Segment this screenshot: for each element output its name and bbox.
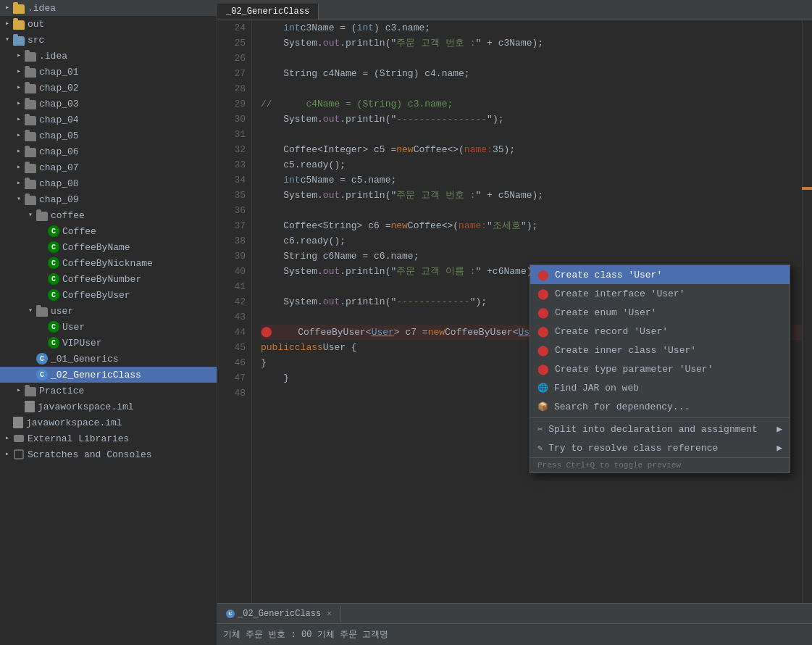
code-line-26 [261,51,802,66]
sidebar-label-User: User [62,322,85,333]
arrow-split-decl: ▶ [777,423,782,435]
chevron-chap06 [14,147,23,156]
dropdown-item-try-resolve[interactable]: ✎ Try to resolve class reference ▶ [530,438,790,457]
sidebar-label-chap02: chap_02 [39,83,79,93]
sidebar-item-out[interactable]: out [0,16,217,32]
chevron-CoffeeByName [38,243,46,251]
dropdown-item-create-class[interactable]: ⬤ Create class 'User' [530,265,790,284]
sidebar-label-02GenericClass: _02_GenericClass [51,370,141,380]
code-line-32: Coffee<Integer> c5 = new Coffee<>( name:… [261,142,802,157]
sidebar-label-chap04: chap_04 [39,115,79,125]
dropdown-item-find-jar[interactable]: 🌐 Find JAR on web [530,378,790,397]
dropdown-label-find-jar: Find JAR on web [554,383,782,394]
chevron-01Generics [26,354,35,363]
chevron-javaworkspace-iml [14,402,23,411]
code-line-36 [261,203,802,218]
error-icon-create-inner: ⬤ [537,344,549,357]
error-icon-create-type-param: ⬤ [537,363,549,375]
dropdown-label-create-enum: Create enum 'User' [555,307,782,318]
status-text: 기체 주문 번호 : 00 기체 주문 고객명 [223,628,388,641]
sidebar-item-javaworkspace[interactable]: javaworkspace.iml [0,415,217,430]
svg-rect-0 [14,435,24,442]
dropdown-label-search-dep: Search for dependency... [554,401,782,412]
bottom-tab-close[interactable]: × [327,609,332,618]
code-area: _02_GenericClass 24 25 26 27 28 29 30 31… [217,0,812,645]
sidebar-item-idea2[interactable]: .idea [0,48,217,64]
quick-fix-dropdown: ⬤ Create class 'User' ⬤ Create interface… [530,265,790,473]
class-icon-User: C [48,321,59,333]
folder-chap03-icon [25,100,36,109]
folder-chap01-icon [25,68,36,78]
chevron-CoffeeByNumber [38,275,46,283]
sidebar-item-VIPUser[interactable]: C VIPUser [0,335,217,351]
chevron-chap09 [14,195,23,204]
right-gutter [802,20,812,603]
code-line-34: int c5Name = c5.name; [261,172,802,188]
sidebar-item-CoffeeByUser[interactable]: C CoffeeByUser [0,287,217,303]
sidebar-item-chap06[interactable]: chap_06 [0,143,217,159]
dropdown-item-create-record[interactable]: ⬤ Create record 'User' [530,322,790,341]
sidebar-item-Coffee[interactable]: C Coffee [0,223,217,239]
sidebar-item-chap03[interactable]: chap_03 [0,96,217,112]
folder-chap09-icon [25,196,36,205]
sidebar-item-CoffeeByName[interactable]: C CoffeeByName [0,239,217,255]
sidebar-item-src[interactable]: src [0,32,217,48]
sidebar-item-coffee[interactable]: coffee [0,207,217,223]
sidebar-item-chap07[interactable]: chap_07 [0,159,217,175]
chevron-chap05 [14,131,23,140]
code-line-37: Coffee<String> c6 = new Coffee<>( name: … [261,218,802,233]
sidebar-item-user[interactable]: user [0,303,217,319]
folder-idea2-icon [25,52,36,62]
dropdown-item-create-enum[interactable]: ⬤ Create enum 'User' [530,303,790,322]
sidebar-item-02GenericClass[interactable]: C _02_GenericClass [0,367,217,383]
sidebar-item-javaworkspace-iml[interactable]: javaworkspace.iml [0,399,217,415]
chevron-chap02 [14,83,23,92]
folder-chap07-icon [25,164,36,173]
dropdown-item-create-inner[interactable]: ⬤ Create inner class 'User' [530,341,790,359]
dropdown-item-create-interface[interactable]: ⬤ Create interface 'User' [530,284,790,303]
sidebar-label-javaworkspace: javaworkspace.iml [26,417,122,428]
chevron-user [26,307,35,315]
sidebar-item-idea[interactable]: .idea [0,0,217,16]
sidebar-item-01Generics[interactable]: C _01_Generics [0,351,217,367]
bottom-tab-02-generic[interactable]: C _02_GenericClass × [217,606,341,622]
sidebar-item-external-libraries[interactable]: External Libraries [0,430,217,446]
code-line-25: System.out.println("주문 고객 번호 : " + c3Nam… [261,36,802,51]
dropdown-item-create-type-param[interactable]: ⬤ Create type parameter 'User' [530,359,790,378]
sidebar-item-chap01[interactable]: chap_01 [0,64,217,80]
svg-rect-1 [14,450,23,459]
sidebar-label-idea2: .idea [39,51,67,62]
class-icon-CoffeeByNumber: C [48,273,59,285]
error-icon-create-class: ⬤ [537,269,549,281]
dep-icon-search-dep: 📦 [537,401,548,412]
sidebar-item-chap05[interactable]: chap_05 [0,128,217,143]
sidebar-item-Practice[interactable]: Practice [0,383,217,399]
dropdown-hint: Press Ctrl+Q to toggle preview [530,457,790,473]
chevron-idea2 [14,51,23,60]
sidebar-item-CoffeeByNickname[interactable]: C CoffeeByNickname [0,255,217,271]
dropdown-divider [530,417,790,418]
sidebar-item-chap02[interactable]: chap_02 [0,80,217,96]
sidebar-item-User[interactable]: C User [0,319,217,335]
dropdown-label-create-record: Create record 'User' [555,326,782,337]
class-icon-01Generics: C [36,353,48,365]
sidebar-item-CoffeeByNumber[interactable]: C CoffeeByNumber [0,271,217,287]
tab-02-generic-class[interactable]: _02_GenericClass [217,4,319,20]
chevron-Coffee [38,227,46,236]
sidebar-item-scratches[interactable]: Scratches and Consoles [0,446,217,462]
sidebar-label-CoffeeByName: CoffeeByName [62,242,130,253]
code-line-27: String c4Name = (String) c4.name; [261,66,802,81]
sidebar-item-chap09[interactable]: chap_09 [0,191,217,207]
sidebar-item-chap04[interactable]: chap_04 [0,112,217,128]
tab-bar: _02_GenericClass [217,0,812,20]
dropdown-item-split-decl[interactable]: ✂ Split into declaration and assignment … [530,420,790,438]
code-line-24: int c3Name = (int) c3.name; [261,20,802,36]
dropdown-label-create-class: Create class 'User' [555,270,782,280]
sidebar-label-CoffeeByUser: CoffeeByUser [62,290,130,301]
dropdown-item-search-dep[interactable]: 📦 Search for dependency... [530,397,790,416]
dropdown-label-create-inner: Create inner class 'User' [555,345,782,356]
dropdown-label-create-type-param: Create type parameter 'User' [555,364,782,375]
sidebar-label-VIPUser: VIPUser [62,338,102,349]
sidebar-item-chap08[interactable]: chap_08 [0,175,217,191]
bottom-tab-area: C _02_GenericClass × [217,603,812,623]
